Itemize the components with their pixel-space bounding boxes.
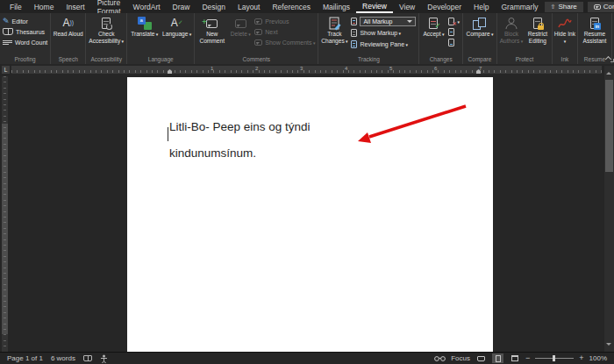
share-button[interactable]: ⇧ Share [545, 2, 583, 12]
hide-ink-button[interactable]: Hide Ink [553, 14, 576, 45]
reject-caret [457, 18, 460, 25]
track-changes-label: Track Changes [319, 31, 349, 45]
translate-button[interactable]: a Translate [128, 14, 161, 38]
focus-button[interactable]: Focus [451, 354, 470, 362]
language-icon: A ✓ [171, 16, 183, 31]
editor-button[interactable]: ✎ Editor [1, 16, 49, 26]
ruler-number: 4 [345, 66, 347, 71]
view-read-mode-button[interactable] [475, 353, 487, 363]
reject-button[interactable]: ✕ [446, 16, 461, 26]
show-markup-button[interactable]: Show Markup [349, 27, 418, 38]
tab-draw[interactable]: Draw [167, 0, 196, 13]
document-page[interactable]: Litli-Bo- Peep eins og týndi kindunumsín… [127, 77, 493, 358]
tab-file[interactable]: File [4, 0, 28, 13]
view-web-layout-button[interactable] [509, 353, 520, 363]
view-print-layout-button[interactable] [492, 353, 503, 363]
page-indicator[interactable]: Page 1 of 1 [7, 354, 43, 362]
chevron-down-icon [407, 20, 412, 25]
reviewing-pane-button[interactable]: Reviewing Pane [349, 39, 418, 49]
speech-group-label: Speech [52, 56, 84, 64]
word-count-indicator[interactable]: 6 words [51, 354, 75, 362]
previous-comment-icon [254, 18, 262, 25]
read-aloud-button[interactable]: A )) Read Aloud [52, 14, 84, 38]
thesaurus-book-icon [3, 28, 13, 35]
zoom-slider-thumb[interactable] [553, 355, 555, 361]
zoom-slider[interactable] [535, 358, 574, 359]
tab-grammarly[interactable]: Grammarly [496, 0, 545, 13]
tab-references[interactable]: References [266, 0, 316, 13]
accept-label: Accept [423, 31, 444, 38]
accessibility-group-label: Accessibility [87, 56, 125, 64]
show-comments-button[interactable]: Show Comments [253, 37, 317, 47]
menu-bar: File Home Insert Picture Format WordArt … [0, 0, 614, 13]
markup-view-combo[interactable]: All Markup [349, 16, 418, 26]
group-proofing: ✎ Editor Thesaurus Word Count Proofing [0, 13, 51, 64]
red-arrow-annotation[interactable] [127, 77, 493, 358]
scrollbar-thumb[interactable] [605, 80, 613, 172]
restrict-editing-label: Restrict Editing [525, 31, 551, 45]
zoom-level[interactable]: 100% [589, 354, 607, 362]
reviewing-pane-label: Reviewing Pane [360, 41, 408, 47]
group-language: a Translate A ✓ Language Language [127, 13, 195, 64]
editor-label: Editor [12, 18, 28, 25]
accept-button[interactable]: ✓ Accept [420, 14, 446, 38]
markup-sheet-icon [351, 18, 357, 25]
word-count-icon [3, 39, 12, 46]
scroll-up-icon[interactable] [606, 69, 611, 75]
zoom-out-button[interactable]: − [525, 354, 530, 362]
show-markup-label: Show Markup [360, 30, 401, 36]
ink-group-label: Ink [553, 56, 576, 64]
ruler-number: 6 [434, 66, 437, 71]
tab-insert[interactable]: Insert [60, 0, 90, 13]
next-change-button[interactable] [446, 37, 461, 47]
tab-design[interactable]: Design [196, 0, 231, 13]
language-button[interactable]: A ✓ Language [161, 14, 193, 38]
focus-icon [434, 355, 446, 361]
tab-layout[interactable]: Layout [232, 0, 267, 13]
next-comment-button[interactable]: Next [253, 26, 317, 37]
word-count-label: Word Count [15, 39, 47, 46]
translate-icon: a [138, 16, 152, 31]
tab-help[interactable]: Help [468, 0, 495, 13]
reject-icon: ✕ [448, 18, 454, 25]
tab-picture-format[interactable]: Picture Format [91, 0, 127, 13]
tab-view[interactable]: View [393, 0, 421, 13]
tab-selector[interactable]: L [2, 66, 10, 74]
track-changes-button[interactable]: Track Changes [319, 14, 349, 45]
proofing-status-icon[interactable] [83, 355, 92, 361]
word-count-button[interactable]: Word Count [1, 37, 49, 47]
left-indent-marker[interactable] [168, 69, 172, 74]
comments-button[interactable]: Comments [588, 2, 614, 12]
accessibility-status-icon[interactable] [100, 354, 108, 363]
comment-bubble-icon [594, 4, 601, 10]
new-comment-button[interactable]: + New Comment [196, 14, 228, 45]
tab-mailings[interactable]: Mailings [317, 0, 356, 13]
scroll-down-icon[interactable] [606, 343, 611, 348]
tab-review[interactable]: Review [356, 0, 393, 13]
thesaurus-label: Thesaurus [16, 29, 45, 35]
compare-button[interactable]: Compare [464, 14, 496, 38]
previous-comment-button[interactable]: Previous [253, 16, 317, 26]
compare-group-label: Compare [464, 56, 496, 64]
editor-pen-icon: ✎ [3, 18, 10, 25]
vertical-scrollbar[interactable] [604, 66, 614, 352]
tab-wordart[interactable]: WordArt [127, 0, 167, 13]
share-label: Share [558, 3, 576, 11]
delete-comment-button[interactable]: Delete [228, 14, 253, 38]
tab-developer[interactable]: Developer [421, 0, 468, 13]
check-accessibility-button[interactable]: Check Accessibility [87, 14, 125, 45]
ruler-number: 1 [211, 66, 213, 71]
horizontal-ruler[interactable]: 1 2 3 4 5 6 7 [11, 66, 602, 74]
vertical-ruler[interactable] [2, 76, 8, 352]
zoom-in-button[interactable]: + [579, 354, 583, 362]
restrict-editing-button[interactable]: Restrict Editing [525, 14, 551, 45]
compare-label: Compare [466, 31, 493, 38]
hide-ink-icon [558, 16, 572, 31]
group-changes: ✓ Accept ✕ [419, 13, 463, 64]
block-authors-button[interactable]: Block Authors [498, 14, 525, 45]
thesaurus-button[interactable]: Thesaurus [1, 26, 49, 37]
tab-home[interactable]: Home [28, 0, 61, 13]
previous-change-button[interactable] [446, 26, 461, 37]
resume-assistant-button[interactable]: in Resume Assistant [579, 14, 610, 45]
changes-group-label: Changes [420, 56, 461, 64]
